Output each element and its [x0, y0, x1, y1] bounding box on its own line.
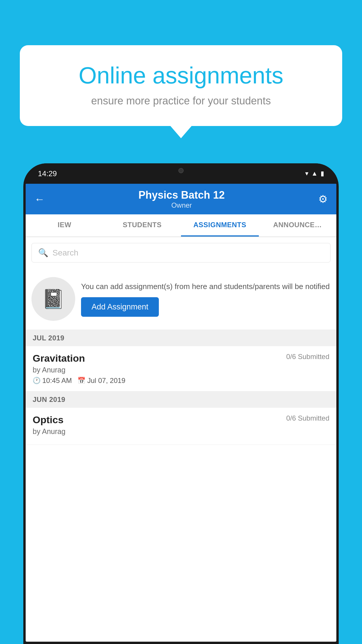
tab-assignments[interactable]: ASSIGNMENTS	[181, 214, 259, 237]
tabs-container: IEW STUDENTS ASSIGNMENTS ANNOUNCE…	[26, 214, 336, 237]
wifi-icon: ▾	[305, 170, 308, 177]
camera-dot	[178, 168, 184, 173]
signal-icon: ▲	[311, 170, 318, 177]
section-header-jun: JUN 2019	[26, 391, 336, 408]
assignment-name: Gravitation	[33, 353, 85, 364]
section-header-jul: JUL 2019	[26, 330, 336, 346]
assignment-by: by Anurag	[33, 366, 329, 374]
assignment-item-optics[interactable]: Optics 0/6 Submitted by Anurag	[26, 408, 336, 445]
assignment-time: 10:45 AM	[42, 377, 72, 385]
promo-description: You can add assignment(s) from here and …	[81, 281, 331, 292]
status-icons: ▾ ▲ ▮	[305, 170, 324, 177]
phone-frame: 14:29 ▾ ▲ ▮ ← Physics Batch 12 Owner ⚙ I…	[23, 163, 339, 644]
bubble-subtitle: ensure more practice for your students	[40, 95, 322, 107]
assignment-meta: 🕐 10:45 AM 📅 Jul 07, 2019	[33, 377, 329, 385]
settings-icon[interactable]: ⚙	[318, 193, 328, 205]
back-button[interactable]: ←	[34, 193, 45, 205]
assignment-row-top-optics: Optics 0/6 Submitted	[33, 414, 329, 426]
assignment-row-top: Gravitation 0/6 Submitted	[33, 353, 329, 364]
assignment-by-optics: by Anurag	[33, 427, 329, 436]
notebook-icon: 📓	[42, 288, 65, 310]
assignment-name-optics: Optics	[33, 414, 64, 426]
search-icon: 🔍	[38, 248, 48, 258]
header-title: Physics Batch 12	[138, 189, 225, 201]
assignment-item-gravitation[interactable]: Gravitation 0/6 Submitted by Anurag 🕐 10…	[26, 346, 336, 391]
app-header: ← Physics Batch 12 Owner ⚙	[26, 184, 336, 214]
header-title-group: Physics Batch 12 Owner	[138, 189, 225, 209]
promo-section: 📓 You can add assignment(s) from here an…	[26, 268, 336, 330]
assignment-submitted: 0/6 Submitted	[286, 353, 329, 361]
tab-iew[interactable]: IEW	[26, 214, 103, 237]
tab-students[interactable]: STUDENTS	[103, 214, 181, 237]
search-placeholder-text: Search	[52, 248, 78, 258]
phone-notch	[162, 163, 200, 178]
battery-icon: ▮	[321, 170, 324, 177]
phone-screen: ← Physics Batch 12 Owner ⚙ IEW STUDENTS …	[26, 184, 336, 642]
calendar-icon: 📅	[78, 377, 85, 384]
clock-icon: 🕐	[33, 377, 41, 384]
tab-announcements[interactable]: ANNOUNCE…	[259, 214, 337, 237]
meta-date: 📅 Jul 07, 2019	[78, 377, 125, 385]
assignment-submitted-optics: 0/6 Submitted	[286, 414, 329, 422]
search-container: 🔍 Search	[26, 237, 336, 268]
bubble-title: Online assignments	[40, 63, 322, 88]
meta-time: 🕐 10:45 AM	[33, 377, 72, 385]
header-subtitle: Owner	[138, 201, 225, 209]
speech-bubble-container: Online assignments ensure more practice …	[20, 45, 342, 126]
add-assignment-button[interactable]: Add Assignment	[81, 297, 159, 317]
promo-icon-circle: 📓	[31, 277, 75, 321]
search-input-wrap[interactable]: 🔍 Search	[31, 243, 331, 262]
status-bar: 14:29 ▾ ▲ ▮	[23, 163, 339, 184]
promo-text-area: You can add assignment(s) from here and …	[81, 281, 331, 317]
assignment-date: Jul 07, 2019	[87, 377, 125, 385]
status-time: 14:29	[38, 169, 57, 178]
speech-bubble: Online assignments ensure more practice …	[20, 45, 342, 126]
